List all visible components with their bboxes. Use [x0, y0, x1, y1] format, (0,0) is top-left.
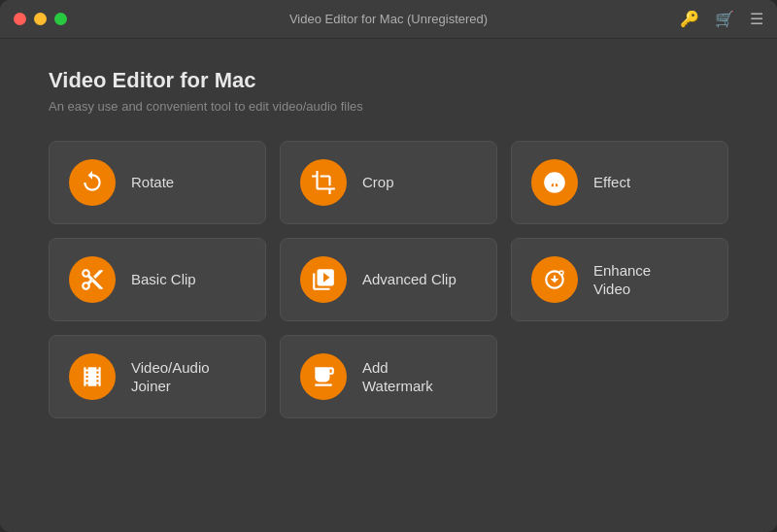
scissors-icon: [69, 256, 116, 303]
basic-clip-card[interactable]: Basic Clip: [49, 238, 266, 321]
effect-card[interactable]: Effect: [511, 141, 728, 224]
main-content: Video Editor for Mac An easy use and con…: [0, 39, 777, 532]
rotate-label: Rotate: [131, 173, 174, 192]
app-window: Video Editor for Mac (Unregistered) 🔑 🛒 …: [0, 0, 777, 532]
basic-clip-label: Basic Clip: [131, 270, 196, 289]
key-icon[interactable]: 🔑: [680, 10, 699, 28]
joiner-icon: [69, 353, 116, 400]
titlebar-actions: 🔑 🛒 ☰: [680, 10, 763, 28]
rotate-card[interactable]: Rotate: [49, 141, 266, 224]
app-subtitle: An easy use and convenient tool to edit …: [49, 99, 728, 114]
enhance-icon: [531, 256, 578, 303]
crop-card[interactable]: Crop: [280, 141, 497, 224]
traffic-lights: [14, 13, 67, 25]
add-watermark-card[interactable]: Add Watermark: [280, 335, 497, 418]
close-button[interactable]: [14, 13, 26, 25]
enhance-video-card[interactable]: Enhance Video: [511, 238, 728, 321]
crop-icon: [300, 159, 347, 206]
advanced-clip-card[interactable]: Advanced Clip: [280, 238, 497, 321]
feature-grid: Rotate Crop Effect: [49, 141, 728, 418]
titlebar: Video Editor for Mac (Unregistered) 🔑 🛒 …: [0, 0, 777, 39]
advanced-clip-icon: [300, 256, 347, 303]
crop-label: Crop: [362, 173, 394, 192]
watermark-icon: [300, 353, 347, 400]
cart-icon[interactable]: 🛒: [715, 10, 734, 28]
minimize-button[interactable]: [34, 13, 47, 25]
effect-label: Effect: [593, 173, 630, 192]
maximize-button[interactable]: [54, 13, 67, 25]
video-audio-joiner-card[interactable]: Video/Audio Joiner: [49, 335, 266, 418]
advanced-clip-label: Advanced Clip: [362, 270, 456, 289]
window-title: Video Editor for Mac (Unregistered): [289, 12, 488, 26]
rotate-icon: [69, 159, 116, 206]
video-audio-joiner-label: Video/Audio Joiner: [131, 358, 210, 396]
menu-icon[interactable]: ☰: [750, 10, 763, 28]
effect-icon: [531, 159, 578, 206]
add-watermark-label: Add Watermark: [362, 358, 433, 396]
app-title: Video Editor for Mac: [49, 68, 728, 93]
enhance-video-label: Enhance Video: [593, 261, 651, 299]
